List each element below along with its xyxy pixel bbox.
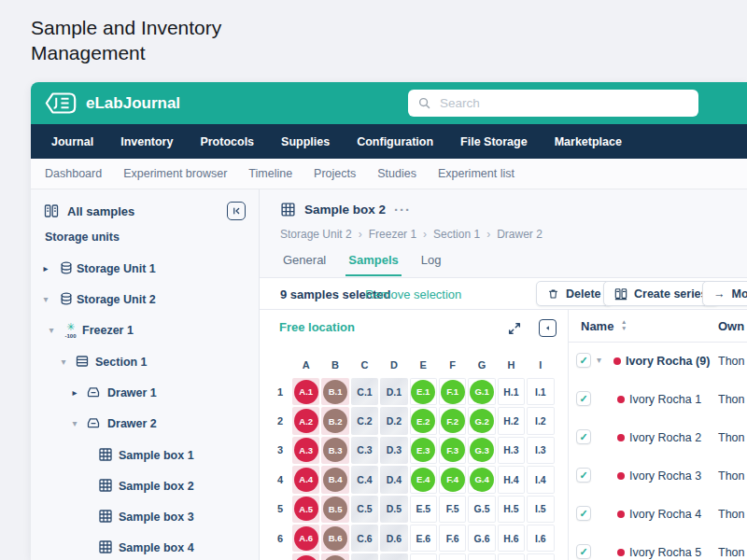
name-column-header[interactable]: Name [581, 319, 613, 333]
grid-cell-d-2[interactable]: D.2 [380, 407, 407, 434]
remove-selection-link[interactable]: Remove selection [365, 287, 461, 301]
breadcrumb-section-1[interactable]: Section 1 [433, 228, 480, 241]
secondary-nav-item-experiment-list[interactable]: Experiment list [438, 167, 514, 180]
owner-column-header[interactable]: Own [718, 319, 744, 333]
caret-right-icon[interactable]: ▸ [69, 387, 80, 399]
grid-cell-e-7[interactable]: E.7 [410, 553, 437, 560]
grid-cell-i-5[interactable]: I.5 [527, 496, 554, 523]
grid-cell-d-5[interactable]: D.5 [380, 496, 407, 523]
primary-nav-item-file-storage[interactable]: File Storage [460, 135, 528, 148]
grid-cell-e-2[interactable]: E.2 [410, 407, 437, 434]
grid-cell-c-2[interactable]: C.2 [351, 407, 378, 434]
primary-nav-item-protocols[interactable]: Protocols [200, 135, 254, 148]
grid-cell-d-6[interactable]: D.6 [380, 525, 407, 552]
list-item-ivory-rocha-1[interactable]: ✓Ivory Rocha 1Thon [569, 380, 747, 418]
grid-cell-c-1[interactable]: C.1 [351, 378, 378, 405]
create-series-button[interactable]: Create series [603, 281, 719, 306]
row-checkbox[interactable]: ✓ [576, 391, 591, 406]
grid-cell-d-3[interactable]: D.3 [380, 437, 407, 464]
grid-cell-h-2[interactable]: H.2 [498, 407, 525, 434]
grid-cell-c-5[interactable]: C.5 [351, 496, 378, 523]
delete-button[interactable]: Delete [536, 281, 613, 306]
grid-cell-b-5[interactable]: B.5 [321, 496, 348, 523]
secondary-nav-item-dashboard[interactable]: Dashboard [45, 167, 102, 180]
grid-cell-f-2[interactable]: F.2 [439, 407, 466, 434]
grid-cell-f-4[interactable]: F.4 [439, 466, 466, 493]
list-item-ivory-rocha-9[interactable]: ✓▾Ivory Rocha (9)Thon [569, 342, 747, 380]
grid-cell-a-6[interactable]: A.6 [292, 525, 319, 552]
tree-item-storage-unit-2[interactable]: ▾Storage Unit 2 [31, 288, 259, 311]
grid-cell-g-1[interactable]: G.1 [468, 378, 495, 405]
primary-nav-item-inventory[interactable]: Inventory [120, 135, 173, 148]
grid-cell-f-6[interactable]: F.6 [439, 525, 466, 552]
sort-icon[interactable]: ▲ ▼ [621, 318, 627, 331]
secondary-nav-item-studies[interactable]: Studies [377, 167, 416, 180]
breadcrumb-freezer-1[interactable]: Freezer 1 [369, 228, 416, 241]
grid-cell-h-4[interactable]: H.4 [498, 466, 525, 493]
primary-nav-item-journal[interactable]: Journal [51, 135, 93, 148]
grid-cell-g-2[interactable]: G.2 [468, 407, 495, 434]
grid-cell-i-7[interactable]: I.7 [527, 553, 554, 560]
tree-item-drawer-2[interactable]: ▾Drawer 2 [31, 413, 259, 435]
grid-cell-g-7[interactable]: G.7 [468, 553, 495, 560]
expand-grid-icon[interactable] [507, 321, 522, 336]
sidebar-collapse-button[interactable] [227, 202, 246, 220]
grid-cell-e-3[interactable]: E.3 [410, 437, 437, 464]
list-item-ivory-rocha-2[interactable]: ✓Ivory Rocha 2Thon [569, 418, 747, 456]
grid-cell-d-7[interactable]: D.7 [380, 553, 407, 560]
grid-cell-a-4[interactable]: A.4 [292, 466, 319, 493]
grid-cell-a-1[interactable]: A.1 [292, 378, 319, 405]
grid-cell-d-1[interactable]: D.1 [380, 378, 407, 405]
all-samples-item[interactable]: All samples [44, 203, 134, 218]
row-checkbox[interactable]: ✓ [576, 468, 591, 483]
grid-cell-b-6[interactable]: B.6 [321, 525, 348, 552]
caret-right-icon[interactable]: ▸ [40, 263, 51, 274]
grid-cell-c-4[interactable]: C.4 [351, 466, 378, 493]
grid-cell-h-6[interactable]: H.6 [498, 525, 525, 552]
row-checkbox[interactable]: ✓ [576, 544, 591, 559]
grid-cell-g-4[interactable]: G.4 [468, 466, 495, 493]
list-item-ivory-rocha-5[interactable]: ✓Ivory Rocha 5Thon [569, 533, 747, 560]
grid-cell-i-4[interactable]: I.4 [527, 466, 554, 493]
grid-cell-f-3[interactable]: F.3 [439, 437, 466, 464]
row-checkbox[interactable]: ✓ [576, 506, 591, 521]
list-item-ivory-rocha-4[interactable]: ✓Ivory Rocha 4Thon [569, 495, 747, 533]
secondary-nav-item-experiment-browser[interactable]: Experiment browser [123, 167, 227, 180]
grid-cell-f-1[interactable]: F.1 [439, 378, 466, 405]
grid-cell-h-3[interactable]: H.3 [498, 437, 525, 464]
breadcrumb-storage-unit-2[interactable]: Storage Unit 2 [280, 228, 352, 241]
tree-item-drawer-1[interactable]: ▸Drawer 1 [31, 382, 259, 404]
tab-sampels[interactable]: Sampels [345, 248, 401, 276]
move-button[interactable]: → Mo [702, 281, 747, 306]
primary-nav-item-marketplace[interactable]: Marketplace [555, 135, 622, 148]
more-options-icon[interactable]: ··· [394, 205, 411, 215]
tree-item-storage-unit-1[interactable]: ▸Storage Unit 1 [31, 258, 259, 280]
grid-cell-a-2[interactable]: A.2 [292, 407, 319, 434]
grid-cell-i-6[interactable]: I.6 [527, 525, 554, 552]
grid-cell-i-1[interactable]: I.1 [527, 378, 554, 405]
grid-cell-b-4[interactable]: B.4 [321, 466, 348, 493]
grid-cell-c-7[interactable]: C.7 [351, 553, 378, 560]
search-box[interactable] [408, 90, 698, 117]
grid-cell-a-3[interactable]: A.3 [292, 437, 319, 464]
grid-cell-f-5[interactable]: F.5 [439, 496, 466, 523]
tree-item-sample-box-2[interactable]: Sample box 2 [31, 475, 259, 497]
secondary-nav-item-projects[interactable]: Projects [314, 167, 356, 180]
caret-down-icon[interactable]: ▾ [58, 357, 69, 368]
grid-cell-i-2[interactable]: I.2 [527, 407, 554, 434]
grid-cell-b-3[interactable]: B.3 [321, 437, 348, 464]
caret-down-icon[interactable]: ▾ [40, 294, 51, 305]
tree-item-freezer-1[interactable]: ▾✳-100Freezer 1 [31, 319, 259, 342]
free-location-link[interactable]: Free location [279, 320, 355, 334]
caret-down-icon[interactable]: ▾ [69, 418, 80, 429]
row-checkbox[interactable]: ✓ [576, 429, 591, 444]
grid-cell-g-3[interactable]: G.3 [468, 437, 495, 464]
collapse-panel-button[interactable] [539, 319, 557, 337]
grid-cell-e-5[interactable]: E.5 [410, 496, 437, 523]
grid-cell-c-3[interactable]: C.3 [351, 437, 378, 464]
grid-cell-g-6[interactable]: G.6 [468, 525, 495, 552]
caret-down-icon[interactable]: ▾ [597, 355, 601, 366]
grid-cell-a-7[interactable]: A.7 [292, 553, 319, 560]
grid-cell-g-5[interactable]: G.5 [468, 496, 495, 523]
search-input[interactable] [438, 95, 689, 111]
